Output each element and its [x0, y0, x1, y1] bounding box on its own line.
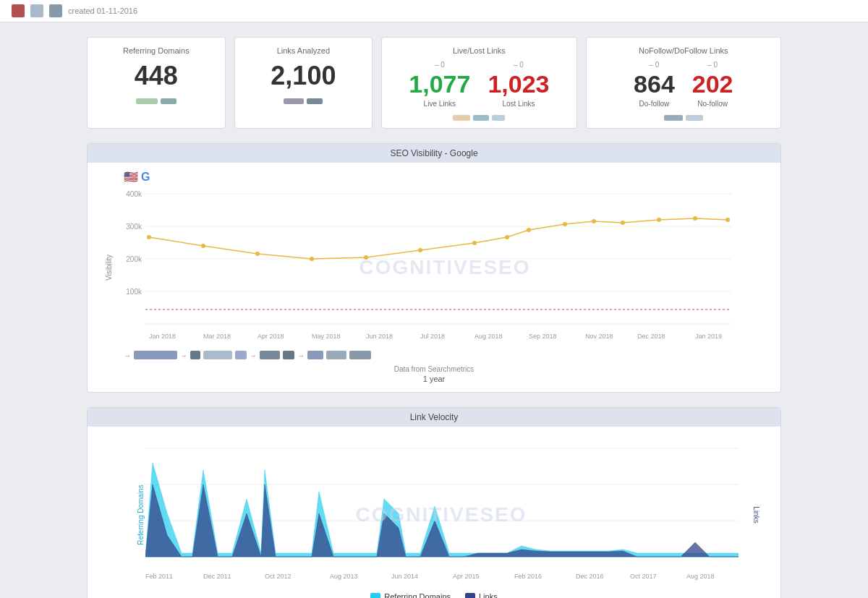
svg-point-30 — [563, 222, 567, 226]
top-bar: created 01-11-2016 — [0, 0, 868, 22]
swatch-red — [12, 4, 25, 17]
legend-links: Links — [465, 592, 498, 598]
svg-text:Dec 2011: Dec 2011 — [203, 573, 231, 580]
live-label: Live Links — [409, 100, 470, 108]
nofollow-title: NoFollow/DoFollow Links — [598, 46, 769, 55]
nofollow-label: No-follow — [692, 100, 733, 108]
arrow3: → — [250, 351, 257, 359]
svg-point-21 — [147, 235, 151, 239]
svg-point-35 — [726, 218, 730, 222]
svg-point-23 — [255, 252, 260, 256]
svg-point-28 — [505, 235, 509, 239]
nofollow-value: 202 — [692, 70, 733, 98]
timeline-row: → → → → — [124, 351, 773, 359]
svg-text:Feb 2011: Feb 2011 — [145, 573, 173, 580]
nofollow-values: – 0 864 Do-follow – 0 202 No-follow — [598, 61, 769, 108]
lost-label: Lost Links — [488, 100, 549, 108]
svg-text:Apr 2018: Apr 2018 — [258, 333, 284, 340]
svg-text:Aug 2018: Aug 2018 — [686, 573, 715, 580]
svg-text:Dec 2018: Dec 2018 — [637, 333, 665, 340]
legend-label-referring: Referring Domains — [384, 592, 451, 598]
svg-text:Jul 2018: Jul 2018 — [420, 333, 445, 340]
seo-chart-body: 🇺🇸 G Visibility COGNITIVESEO 400k 300k 2… — [88, 163, 780, 392]
swatch-blue-light — [30, 4, 43, 17]
svg-text:100k: 100k — [126, 288, 142, 296]
legend-referring-domains: Referring Domains — [370, 592, 451, 598]
seo-chart-period: 1 year — [95, 375, 773, 388]
svg-text:Jan 2019: Jan 2019 — [695, 333, 722, 340]
links-analyzed-value: 2,100 — [247, 61, 361, 91]
swatch6 — [473, 115, 489, 121]
tblock5 — [260, 351, 280, 359]
link-velocity-section: Link Velocity Referring Domains Links CO… — [87, 407, 781, 598]
lost-value: 1,023 — [488, 70, 549, 98]
tblock6 — [283, 351, 294, 359]
svg-text:Nov 2018: Nov 2018 — [585, 333, 613, 340]
svg-point-27 — [472, 241, 477, 245]
svg-point-32 — [621, 221, 625, 225]
swatch9 — [686, 115, 703, 121]
dofollow-label: Do-follow — [634, 100, 675, 108]
swatch1 — [136, 98, 158, 104]
tblock3 — [203, 351, 232, 359]
tblock8 — [326, 351, 346, 359]
lv-legend: Referring Domains Links — [95, 588, 773, 598]
lv-chart-container: Referring Domains Links COGNITIVESEO 150… — [145, 441, 737, 588]
dofollow-value: 864 — [634, 70, 675, 98]
svg-point-26 — [418, 248, 422, 252]
svg-text:400k: 400k — [126, 190, 142, 198]
nofollow-delta: – 0 — [692, 61, 733, 69]
swatch8 — [664, 115, 683, 121]
svg-text:Mar 2018: Mar 2018 — [203, 333, 231, 340]
svg-text:Oct 2012: Oct 2012 — [265, 573, 292, 580]
svg-text:Sep 2018: Sep 2018 — [529, 333, 557, 340]
svg-text:200k: 200k — [126, 255, 142, 263]
svg-text:Jun 2014: Jun 2014 — [391, 573, 418, 580]
created-label: created 01-11-2016 — [68, 7, 137, 15]
tblock9 — [349, 351, 371, 359]
tblock1 — [134, 351, 177, 359]
tblock2 — [190, 351, 200, 359]
arrow1: → — [124, 351, 131, 359]
links-analyzed-title: Links Analyzed — [247, 46, 361, 55]
nofollow-col: – 0 202 No-follow — [692, 61, 733, 108]
live-links-col: – 0 1,077 Live Links — [409, 61, 470, 108]
svg-point-24 — [310, 257, 314, 261]
lost-links-col: – 0 1,023 Lost Links — [488, 61, 549, 108]
seo-chart-footer: Data from Searchmetrics — [95, 362, 773, 375]
seo-y-label: Visibility — [105, 255, 113, 281]
link-velocity-body: Referring Domains Links COGNITIVESEO 150… — [88, 427, 780, 598]
seo-chart-wrap: Visibility COGNITIVESEO 400k 300k 200k 1… — [116, 187, 773, 348]
swatch2 — [161, 98, 176, 104]
svg-point-33 — [657, 218, 661, 222]
stat-card-nofollow: NoFollow/DoFollow Links – 0 864 Do-follo… — [586, 37, 781, 129]
link-velocity-svg: 150 100 50 30k 20k 10k Feb 2011 Dec 2011… — [145, 441, 739, 586]
swatch-blue-dark — [49, 4, 62, 17]
legend-swatch-cyan — [370, 593, 380, 598]
svg-point-34 — [693, 216, 697, 221]
arrow4: → — [297, 351, 305, 359]
svg-text:Jan 2018: Jan 2018 — [149, 333, 176, 340]
stat-card-live-lost: Live/Lost Links – 0 1,077 Live Links – 0… — [381, 37, 576, 129]
svg-text:Apr 2015: Apr 2015 — [453, 573, 480, 580]
swatch7 — [492, 115, 505, 121]
dofollow-col: – 0 864 Do-follow — [634, 61, 675, 108]
stat-card-referring-domains: Referring Domains 448 — [87, 37, 226, 129]
links-analyzed-swatches — [247, 98, 361, 104]
svg-text:Aug 2018: Aug 2018 — [475, 333, 503, 340]
seo-chart-svg: 400k 300k 200k 100k Jan 2018 Mar 2018 Ap… — [116, 187, 739, 346]
svg-text:Aug 2013: Aug 2013 — [330, 573, 358, 580]
live-lost-values: – 0 1,077 Live Links – 0 1,023 Lost Link… — [393, 61, 564, 108]
svg-text:Jun 2018: Jun 2018 — [366, 333, 393, 340]
referring-domains-title: Referring Domains — [99, 46, 213, 55]
referring-domains-swatches — [99, 98, 213, 104]
dofollow-delta: – 0 — [634, 61, 675, 69]
swatch4 — [307, 98, 323, 104]
live-delta: – 0 — [409, 61, 470, 69]
arrow2: → — [180, 351, 187, 359]
us-flag-icon: 🇺🇸 — [124, 170, 138, 184]
link-velocity-title: Link Velocity — [88, 408, 780, 427]
svg-point-22 — [201, 244, 205, 248]
tblock4 — [235, 351, 247, 359]
seo-visibility-section: SEO Visibility - Google 🇺🇸 G Visibility … — [87, 143, 781, 393]
